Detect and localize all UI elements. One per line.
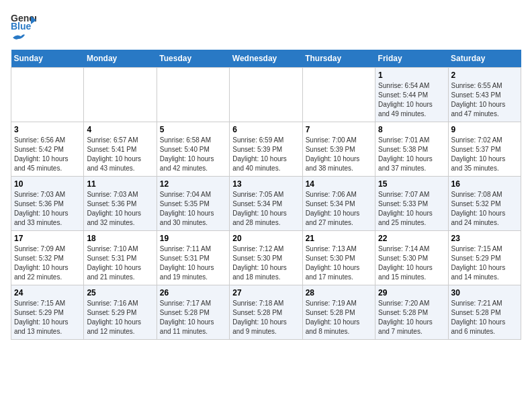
day-info: Sunrise: 7:17 AMSunset: 5:28 PMDaylight:… [160, 299, 226, 336]
calendar-cell: 21Sunrise: 7:13 AMSunset: 5:30 PMDayligh… [302, 231, 375, 285]
day-info: Sunrise: 7:13 AMSunset: 5:30 PMDaylight:… [306, 244, 372, 282]
calendar-cell: 27Sunrise: 7:18 AMSunset: 5:28 PMDayligh… [230, 285, 302, 340]
calendar-cell: 12Sunrise: 7:04 AMSunset: 5:35 PMDayligh… [157, 177, 229, 231]
day-number: 4 [87, 125, 153, 134]
day-info: Sunrise: 7:15 AMSunset: 5:29 PMDaylight:… [14, 299, 81, 336]
calendar-cell: 28Sunrise: 7:19 AMSunset: 5:28 PMDayligh… [302, 285, 375, 340]
day-number: 5 [160, 125, 226, 134]
calendar-week-row: 10Sunrise: 7:03 AMSunset: 5:36 PMDayligh… [11, 177, 521, 231]
calendar-cell: 24Sunrise: 7:15 AMSunset: 5:29 PMDayligh… [11, 285, 84, 340]
day-number: 25 [87, 288, 153, 298]
calendar-cell: 19Sunrise: 7:11 AMSunset: 5:31 PMDayligh… [157, 231, 229, 285]
calendar-cell: 17Sunrise: 7:09 AMSunset: 5:32 PMDayligh… [11, 231, 84, 285]
day-info: Sunrise: 7:08 AMSunset: 5:32 PMDaylight:… [451, 190, 518, 228]
day-info: Sunrise: 7:05 AMSunset: 5:34 PMDaylight:… [232, 190, 299, 228]
day-info: Sunrise: 6:59 AMSunset: 5:39 PMDaylight:… [232, 136, 299, 173]
weekday-row: SundayMondayTuesdayWednesdayThursdayFrid… [11, 50, 521, 68]
calendar-week-row: 24Sunrise: 7:15 AMSunset: 5:29 PMDayligh… [11, 285, 521, 340]
day-info: Sunrise: 7:10 AMSunset: 5:31 PMDaylight:… [87, 244, 153, 282]
logo-icon: General Blue [11, 11, 36, 31]
day-info: Sunrise: 6:55 AMSunset: 5:43 PMDaylight:… [451, 81, 518, 119]
day-info: Sunrise: 7:07 AMSunset: 5:33 PMDaylight:… [378, 190, 445, 228]
weekday-header: Tuesday [157, 50, 229, 68]
day-number: 1 [378, 71, 445, 80]
calendar-cell: 1Sunrise: 6:54 AMSunset: 5:44 PMDaylight… [375, 68, 448, 122]
day-number: 21 [306, 234, 372, 243]
calendar-cell: 2Sunrise: 6:55 AMSunset: 5:43 PMDaylight… [448, 68, 521, 122]
day-number: 12 [160, 179, 226, 189]
day-info: Sunrise: 7:03 AMSunset: 5:36 PMDaylight:… [14, 190, 81, 228]
calendar-cell [302, 68, 375, 122]
calendar-cell: 18Sunrise: 7:10 AMSunset: 5:31 PMDayligh… [84, 231, 157, 285]
weekday-header: Friday [375, 50, 448, 68]
day-info: Sunrise: 7:11 AMSunset: 5:31 PMDaylight:… [160, 244, 226, 282]
day-number: 6 [232, 125, 299, 134]
calendar-cell: 6Sunrise: 6:59 AMSunset: 5:39 PMDaylight… [230, 122, 302, 177]
calendar-cell [230, 68, 302, 122]
weekday-header: Saturday [448, 50, 521, 68]
day-info: Sunrise: 6:57 AMSunset: 5:41 PMDaylight:… [87, 136, 153, 173]
calendar-cell: 7Sunrise: 7:00 AMSunset: 5:39 PMDaylight… [302, 122, 375, 177]
day-info: Sunrise: 7:06 AMSunset: 5:34 PMDaylight:… [306, 190, 372, 228]
calendar-body: 1Sunrise: 6:54 AMSunset: 5:44 PMDaylight… [11, 68, 521, 340]
day-info: Sunrise: 7:02 AMSunset: 5:37 PMDaylight:… [451, 136, 518, 173]
day-number: 3 [14, 125, 81, 134]
day-number: 18 [87, 234, 153, 243]
day-number: 26 [160, 288, 226, 298]
weekday-header: Sunday [11, 50, 84, 68]
calendar-cell: 23Sunrise: 7:15 AMSunset: 5:29 PMDayligh… [448, 231, 521, 285]
calendar-cell [11, 68, 84, 122]
calendar-cell: 15Sunrise: 7:07 AMSunset: 5:33 PMDayligh… [375, 177, 448, 231]
calendar-week-row: 3Sunrise: 6:56 AMSunset: 5:42 PMDaylight… [11, 122, 521, 177]
calendar-cell: 3Sunrise: 6:56 AMSunset: 5:42 PMDaylight… [11, 122, 84, 177]
day-info: Sunrise: 7:01 AMSunset: 5:38 PMDaylight:… [378, 136, 445, 173]
calendar-cell: 14Sunrise: 7:06 AMSunset: 5:34 PMDayligh… [302, 177, 375, 231]
logo: General Blue [11, 11, 36, 43]
calendar-cell: 13Sunrise: 7:05 AMSunset: 5:34 PMDayligh… [230, 177, 302, 231]
weekday-header: Thursday [302, 50, 375, 68]
day-number: 9 [451, 125, 518, 134]
day-number: 30 [451, 288, 518, 298]
calendar-cell [157, 68, 229, 122]
day-info: Sunrise: 7:04 AMSunset: 5:35 PMDaylight:… [160, 190, 226, 228]
day-number: 2 [451, 71, 518, 80]
day-number: 15 [378, 179, 445, 189]
day-number: 8 [378, 125, 445, 134]
calendar-cell: 8Sunrise: 7:01 AMSunset: 5:38 PMDaylight… [375, 122, 448, 177]
calendar-cell: 25Sunrise: 7:16 AMSunset: 5:29 PMDayligh… [84, 285, 157, 340]
day-number: 23 [451, 234, 518, 243]
day-number: 13 [232, 179, 299, 189]
day-info: Sunrise: 7:19 AMSunset: 5:28 PMDaylight:… [306, 299, 372, 336]
calendar-week-row: 1Sunrise: 6:54 AMSunset: 5:44 PMDaylight… [11, 68, 521, 122]
day-number: 7 [306, 125, 372, 134]
day-info: Sunrise: 6:58 AMSunset: 5:40 PMDaylight:… [160, 136, 226, 173]
day-number: 10 [14, 179, 81, 189]
day-info: Sunrise: 7:15 AMSunset: 5:29 PMDaylight:… [451, 244, 518, 282]
day-info: Sunrise: 7:00 AMSunset: 5:39 PMDaylight:… [306, 136, 372, 173]
page-header: General Blue [11, 11, 521, 43]
day-number: 22 [378, 234, 445, 243]
day-number: 16 [451, 179, 518, 189]
day-number: 19 [160, 234, 226, 243]
calendar-header: SundayMondayTuesdayWednesdayThursdayFrid… [11, 50, 521, 68]
logo-bird-icon [11, 32, 25, 43]
day-info: Sunrise: 6:54 AMSunset: 5:44 PMDaylight:… [378, 81, 445, 119]
calendar-week-row: 17Sunrise: 7:09 AMSunset: 5:32 PMDayligh… [11, 231, 521, 285]
calendar-cell: 22Sunrise: 7:14 AMSunset: 5:30 PMDayligh… [375, 231, 448, 285]
weekday-header: Monday [84, 50, 157, 68]
day-info: Sunrise: 7:16 AMSunset: 5:29 PMDaylight:… [87, 299, 153, 336]
day-info: Sunrise: 7:14 AMSunset: 5:30 PMDaylight:… [378, 244, 445, 282]
calendar-cell: 30Sunrise: 7:21 AMSunset: 5:28 PMDayligh… [448, 285, 521, 340]
day-number: 24 [14, 288, 81, 298]
day-number: 14 [306, 179, 372, 189]
day-info: Sunrise: 7:21 AMSunset: 5:28 PMDaylight:… [451, 299, 518, 336]
calendar-cell: 16Sunrise: 7:08 AMSunset: 5:32 PMDayligh… [448, 177, 521, 231]
day-number: 29 [378, 288, 445, 298]
day-info: Sunrise: 7:03 AMSunset: 5:36 PMDaylight:… [87, 190, 153, 228]
day-number: 27 [232, 288, 299, 298]
calendar-cell: 26Sunrise: 7:17 AMSunset: 5:28 PMDayligh… [157, 285, 229, 340]
day-info: Sunrise: 7:20 AMSunset: 5:28 PMDaylight:… [378, 299, 445, 336]
calendar-cell: 11Sunrise: 7:03 AMSunset: 5:36 PMDayligh… [84, 177, 157, 231]
calendar-cell: 10Sunrise: 7:03 AMSunset: 5:36 PMDayligh… [11, 177, 84, 231]
day-number: 28 [306, 288, 372, 298]
